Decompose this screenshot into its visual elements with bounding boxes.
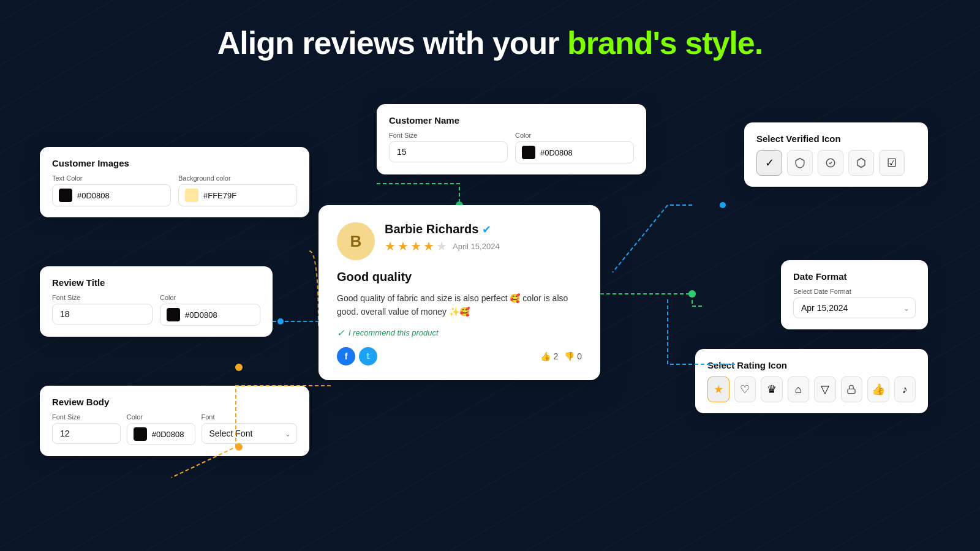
review-body-color-swatch	[134, 427, 147, 441]
svg-point-3	[720, 202, 726, 208]
svg-point-1	[277, 318, 284, 324]
customer-images-panel: Customer Images Text Color #0D0808 Backg…	[40, 147, 309, 217]
rating-icon-thumbsup[interactable]: 👍	[867, 377, 889, 402]
verified-icon-badge[interactable]	[818, 150, 843, 176]
date-format-select-label: Select Date Format	[793, 288, 916, 295]
dislikes-count: 0	[577, 351, 582, 361]
review-body-color-label: Color	[127, 413, 195, 421]
review-body-fontsize-input[interactable]	[52, 423, 121, 444]
svg-point-0	[235, 364, 243, 371]
review-body-title: Review Body	[52, 397, 297, 407]
page-title: Align reviews with your brand's style.	[0, 0, 980, 61]
review-date: April 15,2024	[453, 242, 500, 251]
review-title-fontsize-input[interactable]	[52, 304, 153, 324]
likes-count: 2	[553, 351, 558, 361]
review-body-color-field[interactable]: #0D0808	[127, 423, 195, 445]
facebook-icon[interactable]: f	[337, 347, 355, 365]
verified-icon-panel: Select Verified Icon ✓ ☑	[744, 122, 928, 187]
thumbs-up-btn[interactable]: 👍 2	[540, 351, 558, 361]
rating-icon-star[interactable]: ★	[707, 377, 729, 402]
star-2: ★	[398, 239, 409, 253]
text-color-value: #0D0808	[77, 191, 110, 200]
customer-name-title: Customer Name	[389, 115, 634, 126]
star-4: ★	[423, 239, 434, 253]
verified-icon-hex[interactable]	[848, 150, 874, 176]
review-title-color-value: #0D0808	[185, 310, 217, 320]
verified-icon-row: ✓ ☑	[756, 150, 916, 176]
star-5: ★	[436, 239, 447, 253]
date-format-select[interactable]: Apr 15,2024 April 15, 2024 15/04/2024 04…	[793, 298, 916, 318]
avatar: B	[337, 222, 375, 260]
star-3: ★	[410, 239, 421, 253]
twitter-icon[interactable]: 𝕥	[359, 347, 377, 365]
bg-color-value: #FFE79F	[203, 191, 236, 200]
thumbsdown-icon: 👎	[564, 351, 575, 361]
thumbs-down-btn[interactable]: 👎 0	[564, 351, 582, 361]
rating-icon-title: Select Rating Icon	[707, 360, 916, 370]
review-card: B Barbie Richards ✔ ★ ★ ★ ★ ★ April 15,2…	[318, 205, 600, 380]
review-title-panel: Review Title Font Size Color #0D0808	[40, 266, 273, 337]
review-body-fontsize-label: Font Size	[52, 413, 121, 421]
review-title-color-swatch	[167, 308, 180, 321]
customer-images-title: Customer Images	[52, 158, 297, 168]
reviewer-name-row: Barbie Richards ✔	[385, 222, 582, 236]
review-body-panel: Review Body Font Size Color #0D0808 Font…	[40, 386, 309, 456]
svg-point-4	[688, 290, 696, 298]
date-format-select-wrapper: Apr 15,2024 April 15, 2024 15/04/2024 04…	[793, 298, 916, 318]
text-color-label: Text Color	[52, 174, 171, 182]
star-1: ★	[385, 239, 396, 253]
font-select[interactable]: Select Font Arial Georgia Helvetica	[202, 423, 297, 444]
text-color-swatch	[59, 189, 72, 202]
reviewer-info: Barbie Richards ✔ ★ ★ ★ ★ ★ April 15,202…	[385, 222, 582, 253]
review-body-color-value: #0D0808	[152, 430, 184, 439]
vote-row: 👍 2 👎 0	[540, 351, 582, 361]
social-row: f 𝕥 👍 2 👎 0	[337, 347, 582, 365]
customer-name-color-field[interactable]: #0D0808	[515, 141, 634, 163]
reviewer-name: Barbie Richards	[385, 222, 478, 236]
review-body-font-label: Font	[202, 413, 297, 421]
date-format-panel: Date Format Select Date Format Apr 15,20…	[781, 260, 928, 329]
review-title-color-label: Color	[160, 294, 260, 301]
rating-icon-row: ★ ♡ ♛ ⌂ ▽ 👍 ♪	[707, 377, 916, 402]
rating-icon-heart[interactable]: ♡	[734, 377, 756, 402]
customer-name-color-label: Color	[515, 132, 634, 139]
svg-marker-7	[858, 159, 865, 168]
rating-icon-diamond[interactable]: ▽	[814, 377, 836, 402]
review-title-color-field[interactable]: #0D0808	[160, 304, 260, 326]
star-row: ★ ★ ★ ★ ★ April 15,2024	[385, 239, 582, 253]
rating-icon-home[interactable]: ⌂	[788, 377, 810, 402]
verified-icon-circle-check[interactable]: ✓	[756, 150, 782, 176]
date-format-title: Date Format	[793, 271, 916, 282]
rating-icon-lock[interactable]	[841, 377, 863, 402]
thumbsup-icon: 👍	[540, 351, 551, 361]
verified-icon: ✔	[482, 223, 491, 236]
verified-icon-shield[interactable]	[787, 150, 813, 176]
rating-icon-crown[interactable]: ♛	[761, 377, 783, 402]
recommend-row: ✓ I recommend this product	[337, 328, 582, 339]
customer-name-fontsize-label: Font Size	[389, 132, 508, 139]
customer-name-fontsize-input[interactable]	[389, 141, 508, 162]
verified-icon-title: Select Verified Icon	[756, 133, 916, 144]
bg-color-field[interactable]: #FFE79F	[178, 184, 297, 206]
recommend-text: I recommend this product	[349, 328, 439, 337]
svg-rect-8	[848, 389, 855, 393]
review-title-fontsize-label: Font Size	[52, 294, 153, 301]
review-title: Good quality	[337, 270, 582, 284]
customer-name-color-value: #0D0808	[540, 148, 573, 157]
review-title-label: Review Title	[52, 277, 260, 288]
text-color-field[interactable]: #0D0808	[52, 184, 171, 206]
bg-color-swatch	[185, 189, 198, 202]
checkmark-icon: ✓	[337, 328, 345, 339]
rating-icon-music[interactable]: ♪	[894, 377, 916, 402]
customer-name-panel: Customer Name Font Size Color #0D0808	[377, 104, 646, 174]
review-body: Good quality of fabric and size is also …	[337, 291, 582, 319]
bg-color-label: Background color	[178, 174, 297, 182]
verified-icon-checkbox[interactable]: ☑	[879, 150, 905, 176]
social-icons: f 𝕥	[337, 347, 377, 365]
reviewer-header: B Barbie Richards ✔ ★ ★ ★ ★ ★ April 15,2…	[337, 222, 582, 260]
customer-name-color-swatch	[522, 146, 535, 159]
rating-icon-panel: Select Rating Icon ★ ♡ ♛ ⌂ ▽ 👍 ♪	[695, 349, 928, 413]
font-select-wrapper: Select Font Arial Georgia Helvetica	[202, 423, 297, 444]
main-area: Customer Images Text Color #0D0808 Backg…	[0, 86, 980, 551]
